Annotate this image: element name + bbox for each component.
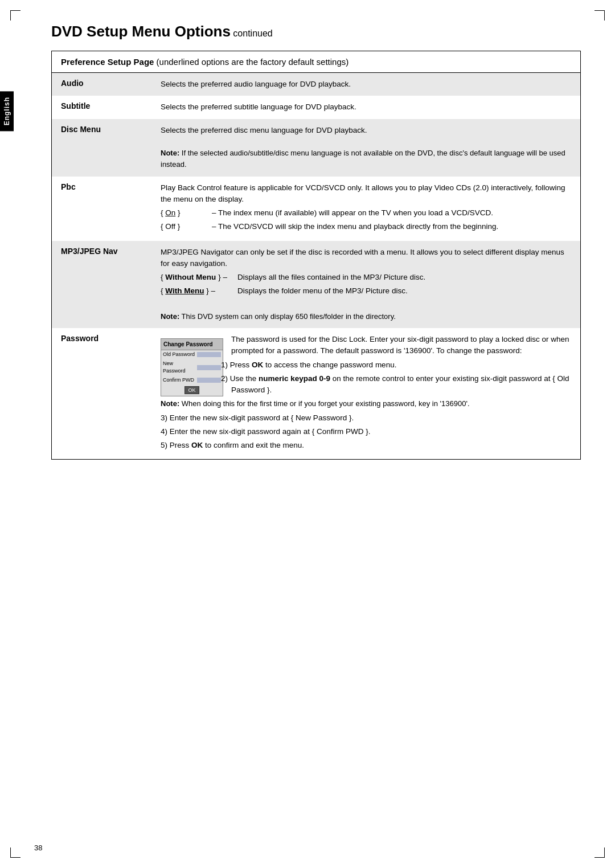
pbc-options: { On } – The index menu (if available) w…	[161, 207, 571, 233]
subtitle-label: Subtitle	[52, 96, 151, 118]
disc-menu-note-bold: Note:	[161, 149, 179, 157]
new-pwd-input[interactable]	[197, 365, 221, 370]
page-number: 38	[34, 844, 42, 852]
corner-mark-bl	[10, 847, 20, 858]
pbc-on-desc: – The index menu (if available) will app…	[212, 207, 571, 219]
with-menu-row: { With Menu } – Displays the folder menu…	[161, 285, 571, 297]
with-menu-desc: Displays the folder menu of the MP3/ Pic…	[237, 285, 571, 297]
password-note-text: When doing this for the first time or if…	[179, 399, 469, 408]
page: English 38 DVD Setup Menu Options contin…	[0, 0, 615, 868]
table-row: Subtitle Selects the preferred subtitle …	[52, 96, 580, 118]
mp3jpeg-label: MP3/JPEG Nav	[52, 241, 151, 329]
settings-table: Audio Selects the preferred audio langua…	[52, 73, 580, 459]
pbc-off-row: { Off } – The VCD/SVCD will skip the ind…	[161, 221, 571, 232]
confirm-pwd-label: Confirm PWD	[163, 376, 197, 384]
mp3jpeg-note-text: This DVD system can only display 650 fil…	[179, 312, 396, 321]
step1-bold: OK	[252, 361, 263, 369]
password-steps-2: 3) Enter the new six-digit password at {…	[161, 412, 571, 452]
pref-header-normal: (underlined options are the factory defa…	[154, 57, 348, 67]
without-menu-desc: Displays all the files contained in the …	[237, 272, 571, 283]
without-menu-key: { Without Menu } –	[161, 272, 237, 283]
table-row: Password Change Password Old Password	[52, 328, 580, 459]
disc-menu-note-text: If the selected audio/subtitle/disc menu…	[161, 149, 565, 169]
mp3jpeg-intro: MP3/JPEG Navigator can only be set if th…	[161, 248, 564, 268]
pbc-label: Pbc	[52, 177, 151, 241]
table-row: MP3/JPEG Nav MP3/JPEG Navigator can only…	[52, 241, 580, 329]
table-row: Audio Selects the preferred audio langua…	[52, 73, 580, 96]
main-content: DVD Setup Menu Options continued Prefere…	[51, 23, 581, 460]
pbc-on-key: { On }	[161, 207, 212, 219]
pref-header-text: Preference Setup Page (underlined option…	[61, 57, 348, 67]
password-step1: 1) Press OK to access the change passwor…	[161, 359, 571, 371]
audio-label: Audio	[52, 73, 151, 96]
page-title: DVD Setup Menu Options continued	[51, 23, 581, 40]
disc-menu-content: Selects the preferred disc menu language…	[151, 119, 580, 177]
confirm-pwd-input[interactable]	[197, 378, 221, 383]
pwd-ok-button[interactable]: OK	[184, 386, 199, 394]
mp3jpeg-note-bold: Note:	[161, 312, 179, 321]
mp3jpeg-content: MP3/JPEG Navigator can only be set if th…	[151, 241, 580, 329]
page-title-suffix: continued	[231, 28, 273, 38]
change-password-box: Change Password Old Password New Passwor…	[161, 338, 223, 396]
password-step4: 4) Enter the new six-digit password agai…	[161, 426, 571, 437]
page-title-text: DVD Setup Menu Options	[51, 23, 231, 40]
without-menu-row: { Without Menu } – Displays all the file…	[161, 272, 571, 283]
table-row: Pbc Play Back Control feature is applica…	[52, 177, 580, 241]
english-tab: English	[0, 91, 14, 131]
pref-header-bold: Preference Setup Page	[61, 57, 154, 67]
pbc-off-key: { Off }	[161, 221, 212, 232]
confirm-pwd-row: Confirm PWD	[161, 376, 223, 385]
old-pwd-input[interactable]	[197, 352, 221, 357]
step5-bold: OK	[191, 441, 203, 449]
audio-content: Selects the preferred audio language for…	[151, 73, 580, 96]
password-note: Note: When doing this for the first time…	[161, 399, 470, 408]
pbc-on-row: { On } – The index menu (if available) w…	[161, 207, 571, 219]
corner-mark-tr	[594, 10, 605, 21]
content-box: Preference Setup Page (underlined option…	[51, 51, 581, 460]
with-menu-key: { With Menu } –	[161, 285, 237, 297]
password-label: Password	[52, 328, 151, 459]
password-content: Change Password Old Password New Passwor…	[151, 328, 580, 459]
disc-menu-label: Disc Menu	[52, 119, 151, 177]
mp3jpeg-note: Note: This DVD system can only display 6…	[161, 312, 396, 321]
disc-menu-main: Selects the preferred disc menu language…	[161, 126, 367, 134]
password-intro: The password is used for the Disc Lock. …	[231, 335, 569, 355]
table-row: Disc Menu Selects the preferred disc men…	[52, 119, 580, 177]
password-area: Change Password Old Password New Passwor…	[161, 334, 571, 453]
new-pwd-row: New Password	[161, 359, 223, 376]
old-pwd-row: Old Password	[161, 350, 223, 359]
change-pwd-title: Change Password	[161, 339, 223, 350]
pref-header: Preference Setup Page (underlined option…	[52, 51, 580, 73]
password-note-bold: Note:	[161, 399, 179, 408]
nav-options: { Without Menu } – Displays all the file…	[161, 272, 571, 297]
pbc-content: Play Back Control feature is applicable …	[151, 177, 580, 241]
pbc-off-desc: – The VCD/SVCD will skip the index menu …	[212, 221, 571, 232]
corner-mark-tl	[10, 10, 20, 21]
subtitle-content: Selects the preferred subtitle language …	[151, 96, 580, 118]
password-step3: 3) Enter the new six-digit password at {…	[161, 412, 571, 424]
pbc-intro: Play Back Control feature is applicable …	[161, 183, 565, 203]
old-pwd-label: Old Password	[163, 351, 197, 359]
disc-menu-note: Note: If the selected audio/subtitle/dis…	[161, 149, 565, 169]
step2-bold: numeric keypad 0-9	[259, 374, 330, 383]
corner-mark-br	[594, 847, 605, 858]
new-pwd-label: New Password	[163, 360, 197, 375]
password-step5: 5) Press OK to confirm and exit the menu…	[161, 440, 571, 451]
